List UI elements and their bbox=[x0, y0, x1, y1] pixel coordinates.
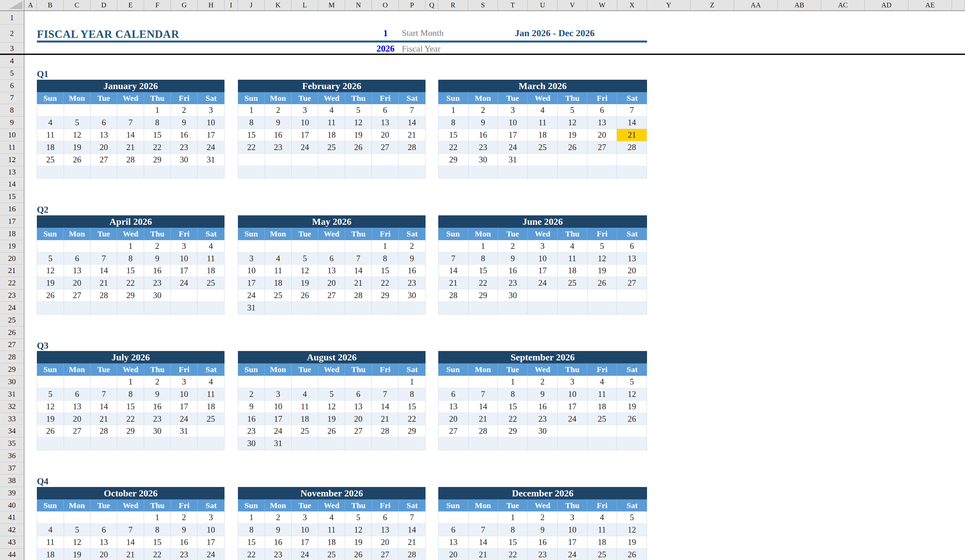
day-cell[interactable]: 15 bbox=[117, 400, 144, 413]
day-cell[interactable]: 19 bbox=[617, 400, 647, 413]
day-cell[interactable]: 3 bbox=[558, 376, 587, 388]
column-header-R[interactable]: R bbox=[438, 0, 468, 11]
day-cell-empty[interactable] bbox=[587, 302, 617, 314]
day-cell[interactable]: 2 bbox=[265, 104, 292, 116]
day-cell[interactable]: 28 bbox=[468, 425, 498, 437]
row-header-22[interactable]: 22 bbox=[0, 277, 25, 289]
day-cell-empty[interactable] bbox=[372, 376, 399, 388]
weekday-header-sat[interactable]: Sat bbox=[617, 92, 647, 104]
day-cell[interactable]: 7 bbox=[468, 388, 498, 400]
day-cell-empty[interactable] bbox=[587, 289, 617, 302]
day-cell[interactable]: 19 bbox=[37, 413, 64, 425]
day-cell-empty[interactable] bbox=[617, 438, 647, 450]
day-cell[interactable]: 13 bbox=[587, 116, 617, 129]
column-header-U[interactable]: U bbox=[528, 0, 558, 11]
day-cell[interactable]: 1 bbox=[398, 376, 425, 388]
day-cell-empty[interactable] bbox=[558, 302, 587, 314]
day-cell[interactable]: 27 bbox=[372, 549, 399, 560]
day-cell-empty[interactable] bbox=[64, 376, 91, 388]
weekday-header-fri[interactable]: Fri bbox=[171, 363, 198, 376]
weekday-header-sun[interactable]: Sun bbox=[438, 363, 468, 376]
day-cell-empty[interactable] bbox=[265, 240, 292, 252]
weekday-header-wed[interactable]: Wed bbox=[117, 363, 144, 376]
day-cell-empty[interactable] bbox=[345, 240, 372, 252]
day-cell[interactable]: 9 bbox=[265, 116, 292, 129]
day-cell-empty[interactable] bbox=[117, 166, 144, 178]
row-header-8[interactable]: 8 bbox=[0, 104, 25, 116]
day-cell-empty[interactable] bbox=[398, 302, 425, 314]
day-cell[interactable]: 12 bbox=[37, 400, 64, 413]
day-cell[interactable]: 22 bbox=[372, 277, 399, 289]
day-cell-empty[interactable] bbox=[90, 104, 117, 116]
row-header-9[interactable]: 9 bbox=[0, 116, 25, 129]
day-cell-empty[interactable] bbox=[345, 438, 372, 450]
day-cell[interactable]: 9 bbox=[498, 253, 528, 264]
column-header-W[interactable]: W bbox=[587, 0, 617, 11]
day-cell[interactable]: 21 bbox=[468, 413, 498, 425]
weekday-header-sun[interactable]: Sun bbox=[238, 363, 265, 376]
day-cell[interactable]: 7 bbox=[117, 524, 144, 536]
day-cell-empty[interactable] bbox=[90, 376, 117, 388]
day-cell[interactable]: 26 bbox=[345, 141, 372, 153]
day-cell[interactable]: 18 bbox=[197, 264, 224, 277]
day-cell[interactable]: 24 bbox=[291, 549, 318, 560]
day-cell[interactable]: 19 bbox=[64, 549, 91, 560]
day-cell-empty[interactable] bbox=[37, 511, 64, 524]
day-cell[interactable]: 13 bbox=[318, 264, 345, 277]
day-cell-empty[interactable] bbox=[468, 166, 498, 178]
day-cell[interactable]: 23 bbox=[238, 425, 265, 437]
row-header-34[interactable]: 34 bbox=[0, 425, 25, 438]
day-cell[interactable]: 8 bbox=[144, 524, 171, 536]
day-cell-empty[interactable] bbox=[468, 511, 498, 524]
day-cell[interactable]: 18 bbox=[587, 536, 617, 548]
day-cell[interactable]: 18 bbox=[318, 536, 345, 548]
day-cell[interactable]: 12 bbox=[37, 264, 64, 277]
day-cell-empty[interactable] bbox=[498, 302, 528, 314]
day-cell[interactable]: 23 bbox=[171, 549, 198, 560]
month-title[interactable]: October 2026 bbox=[37, 487, 224, 500]
day-cell[interactable]: 13 bbox=[90, 536, 117, 548]
day-cell[interactable]: 4 bbox=[587, 511, 617, 524]
day-cell[interactable]: 9 bbox=[265, 524, 292, 536]
month-title[interactable]: May 2026 bbox=[238, 216, 425, 228]
day-cell-empty[interactable] bbox=[558, 154, 587, 166]
day-cell[interactable]: 3 bbox=[171, 376, 198, 388]
day-cell[interactable]: 6 bbox=[90, 116, 117, 129]
day-cell[interactable]: 7 bbox=[90, 253, 117, 264]
day-cell[interactable]: 1 bbox=[144, 511, 171, 524]
day-cell[interactable]: 30 bbox=[468, 154, 498, 166]
day-cell[interactable]: 9 bbox=[144, 253, 171, 264]
day-cell[interactable]: 14 bbox=[90, 264, 117, 277]
weekday-header-mon[interactable]: Mon bbox=[64, 363, 90, 376]
day-cell[interactable]: 5 bbox=[37, 253, 64, 264]
day-cell[interactable]: 25 bbox=[197, 413, 224, 425]
month-title[interactable]: April 2026 bbox=[37, 216, 224, 228]
day-cell[interactable]: 9 bbox=[528, 524, 558, 536]
weekday-header-sat[interactable]: Sat bbox=[617, 228, 647, 240]
day-cell[interactable]: 17 bbox=[171, 264, 198, 277]
day-cell-empty[interactable] bbox=[37, 104, 64, 116]
day-cell-empty[interactable] bbox=[558, 438, 587, 450]
weekday-header-sat[interactable]: Sat bbox=[399, 228, 425, 240]
day-cell[interactable]: 9 bbox=[398, 253, 425, 264]
day-cell[interactable]: 27 bbox=[372, 141, 399, 153]
day-cell[interactable]: 22 bbox=[144, 549, 171, 560]
day-cell[interactable]: 5 bbox=[617, 376, 647, 388]
day-cell[interactable]: 5 bbox=[64, 116, 91, 129]
row-header-11[interactable]: 11 bbox=[0, 141, 25, 154]
weekday-header-tue[interactable]: Tue bbox=[498, 228, 528, 240]
day-cell[interactable]: 31 bbox=[265, 438, 292, 450]
day-cell[interactable]: 7 bbox=[372, 388, 399, 400]
day-cell[interactable]: 1 bbox=[117, 376, 144, 388]
day-cell[interactable]: 6 bbox=[617, 240, 647, 252]
day-cell-empty[interactable] bbox=[318, 438, 345, 450]
row-header-30[interactable]: 30 bbox=[0, 376, 25, 388]
day-cell[interactable]: 6 bbox=[372, 511, 399, 524]
row-header-15[interactable]: 15 bbox=[0, 191, 25, 203]
weekday-header-fri[interactable]: Fri bbox=[372, 500, 399, 512]
day-cell[interactable]: 18 bbox=[37, 141, 64, 153]
day-cell[interactable]: 12 bbox=[318, 400, 345, 413]
row-header-35[interactable]: 35 bbox=[0, 438, 25, 450]
day-cell[interactable]: 14 bbox=[617, 116, 647, 129]
day-cell[interactable]: 29 bbox=[117, 289, 144, 302]
